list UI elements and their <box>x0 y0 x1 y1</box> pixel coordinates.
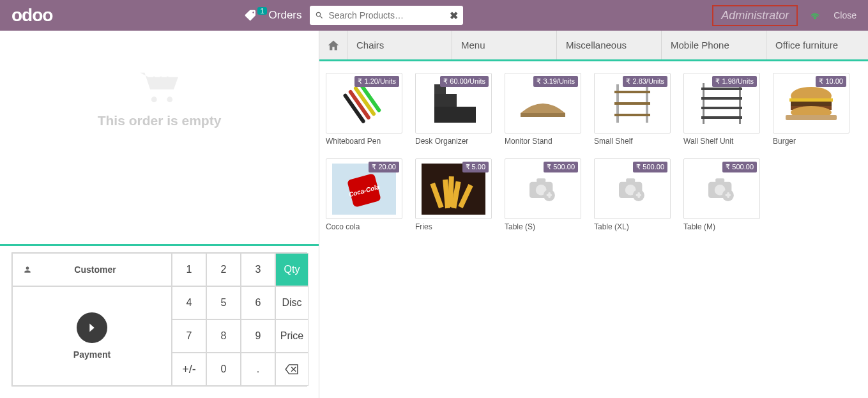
numpad-5[interactable]: 5 <box>206 286 241 319</box>
product-name: Burger <box>773 137 849 146</box>
product-name: Wall Shelf Unit <box>683 137 760 146</box>
numpad-4[interactable]: 4 <box>172 286 206 319</box>
product-name: Coco cola <box>326 222 402 231</box>
numpad-8[interactable]: 8 <box>206 319 241 353</box>
product-name: Fries <box>415 222 492 231</box>
svg-rect-47 <box>715 178 724 183</box>
payment-label: Payment <box>73 349 110 360</box>
payment-button[interactable]: Payment <box>12 286 172 386</box>
product-card[interactable]: ₹ 500.00Table (M) <box>683 158 760 231</box>
orders-badge: 1 <box>257 7 266 15</box>
search-box[interactable]: ✖ <box>310 6 463 25</box>
logo: odoo <box>11 5 52 26</box>
product-card[interactable]: ₹ 3.19/UnitsMonitor Stand <box>505 73 581 146</box>
product-image: ₹ 5.00 <box>415 158 492 219</box>
svg-rect-7 <box>521 113 565 117</box>
price-tag: ₹ 2.83/Units <box>623 76 667 87</box>
top-bar: odoo 1 Orders ✖ Administrator Close <box>0 0 868 31</box>
category-tab-office-furniture[interactable]: Office furniture <box>766 31 868 59</box>
category-bar: ChairsMenuMiscellaneousMobile PhoneOffic… <box>319 31 868 61</box>
mode-price[interactable]: Price <box>275 319 308 353</box>
product-image: ₹ 60.00/Units <box>415 73 492 134</box>
svg-rect-39 <box>548 192 551 198</box>
product-image: ₹ 1.98/Units <box>683 73 760 134</box>
product-card[interactable]: ₹ 20.00Coca-ColaCoco cola <box>326 158 402 231</box>
product-card[interactable]: ₹ 500.00Table (S) <box>505 158 581 231</box>
numpad-1[interactable]: 1 <box>172 253 206 286</box>
close-button[interactable]: Close <box>834 10 857 20</box>
numpad-3[interactable]: 3 <box>241 253 275 286</box>
svg-rect-41 <box>626 178 635 183</box>
product-image: ₹ 3.19/Units <box>505 73 581 134</box>
svg-rect-35 <box>537 178 545 183</box>
numpad-dot[interactable]: . <box>241 353 275 386</box>
price-tag: ₹ 10.00 <box>816 76 846 87</box>
numpad-2[interactable]: 2 <box>206 253 241 286</box>
user-icon <box>23 265 32 274</box>
product-card[interactable]: ₹ 1.20/UnitsWhiteboard Pen <box>326 73 402 146</box>
category-tab-menu[interactable]: Menu <box>452 31 557 59</box>
home-category[interactable] <box>319 31 347 59</box>
price-tag: ₹ 500.00 <box>633 162 667 172</box>
svg-rect-45 <box>637 192 640 198</box>
price-tag: ₹ 500.00 <box>722 162 757 172</box>
product-name: Table (XL) <box>594 222 671 231</box>
product-grid: ₹ 1.20/UnitsWhiteboard Pen₹ 60.00/UnitsD… <box>319 61 868 398</box>
product-name: Table (M) <box>683 222 760 231</box>
backspace-icon <box>285 364 299 374</box>
orders-label: Orders <box>269 9 302 22</box>
product-name: Monitor Stand <box>505 137 581 146</box>
svg-rect-18 <box>701 116 742 119</box>
product-card[interactable]: ₹ 500.00Table (XL) <box>594 158 671 231</box>
product-card[interactable]: ₹ 2.83/UnitsSmall Shelf <box>594 73 671 146</box>
product-name: Whiteboard Pen <box>326 137 402 146</box>
product-image: ₹ 10.00 <box>773 73 849 134</box>
numpad-plusminus[interactable]: +/- <box>172 353 206 386</box>
clear-search-icon[interactable]: ✖ <box>450 10 458 22</box>
order-area: This order is empty <box>0 31 319 244</box>
product-panel: ChairsMenuMiscellaneousMobile PhoneOffic… <box>319 31 868 398</box>
user-menu[interactable]: Administrator <box>712 5 798 26</box>
price-tag: ₹ 20.00 <box>369 162 399 172</box>
numpad-6[interactable]: 6 <box>241 286 275 319</box>
price-tag: ₹ 3.19/Units <box>533 76 578 87</box>
svg-rect-24 <box>786 115 837 120</box>
numpad-7[interactable]: 7 <box>172 319 206 353</box>
svg-rect-5 <box>434 94 457 107</box>
svg-rect-20 <box>791 101 832 106</box>
mode-disc[interactable]: Disc <box>275 286 308 319</box>
tag-icon <box>244 9 257 22</box>
mode-qty[interactable]: Qty <box>275 253 308 286</box>
price-tag: ₹ 60.00/Units <box>440 76 489 87</box>
product-image: ₹ 500.00 <box>594 158 671 219</box>
category-tab-mobile-phone[interactable]: Mobile Phone <box>662 31 766 59</box>
price-tag: ₹ 5.00 <box>462 162 489 172</box>
numpad-backspace[interactable] <box>275 353 308 386</box>
product-card[interactable]: ₹ 5.00Fries <box>415 158 492 231</box>
product-name: Table (S) <box>505 222 581 231</box>
product-image: ₹ 20.00Coca-Cola <box>326 158 402 219</box>
empty-order-text: This order is empty <box>98 113 222 128</box>
category-tab-chairs[interactable]: Chairs <box>347 31 452 59</box>
price-tag: ₹ 1.20/Units <box>354 76 399 87</box>
numpad-area: Customer 1 2 3 Qty Payment 4 5 6 Disc 7 … <box>0 246 319 398</box>
customer-button[interactable]: Customer <box>12 253 172 286</box>
category-tab-miscellaneous[interactable]: Miscellaneous <box>557 31 662 59</box>
svg-rect-4 <box>434 107 476 123</box>
product-card[interactable]: ₹ 10.00Burger <box>773 73 849 146</box>
svg-rect-51 <box>727 192 729 198</box>
numpad-9[interactable]: 9 <box>241 319 275 353</box>
product-image: ₹ 1.20/Units <box>326 73 402 134</box>
svg-rect-15 <box>701 88 742 90</box>
svg-rect-33 <box>448 176 454 207</box>
product-card[interactable]: ₹ 1.98/UnitsWall Shelf Unit <box>683 73 760 146</box>
numpad-0[interactable]: 0 <box>206 353 241 386</box>
product-name: Desk Organizer <box>415 137 492 146</box>
svg-rect-12 <box>614 114 650 116</box>
product-card[interactable]: ₹ 60.00/UnitsDesk Organizer <box>415 73 492 146</box>
price-tag: ₹ 1.98/Units <box>712 76 757 87</box>
svg-rect-21 <box>789 98 833 102</box>
order-panel: This order is empty Customer 1 2 3 Qty P… <box>0 31 319 398</box>
search-input[interactable] <box>324 10 450 20</box>
orders-button[interactable]: 1 Orders <box>244 9 301 22</box>
